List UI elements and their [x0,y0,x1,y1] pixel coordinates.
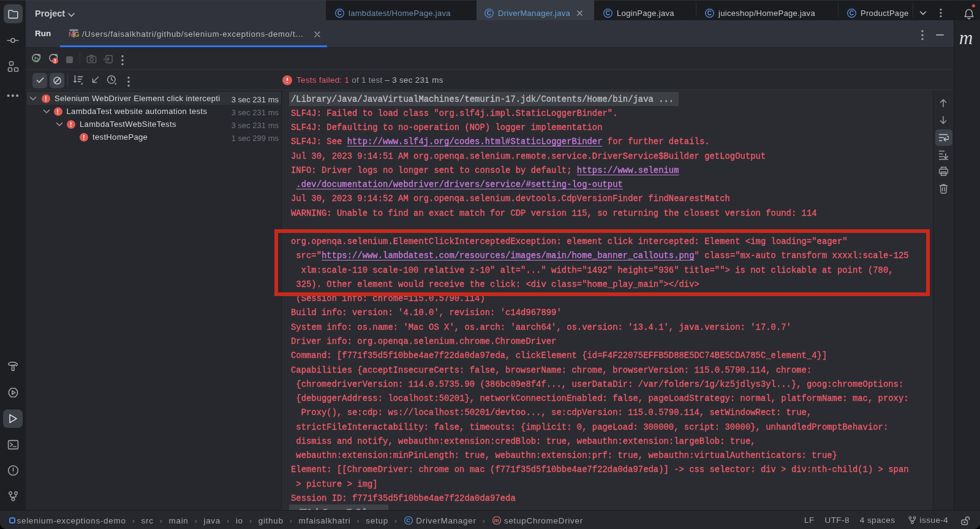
svg-text:C: C [850,10,854,17]
svg-text:G: G [74,31,79,38]
svg-text:m: m [494,517,499,523]
svg-text:C: C [337,10,342,17]
svg-text:N: N [69,31,74,38]
svg-text:C: C [707,10,712,17]
svg-text:C: C [406,517,410,523]
svg-text:C: C [487,10,492,17]
svg-text:C: C [606,10,611,17]
